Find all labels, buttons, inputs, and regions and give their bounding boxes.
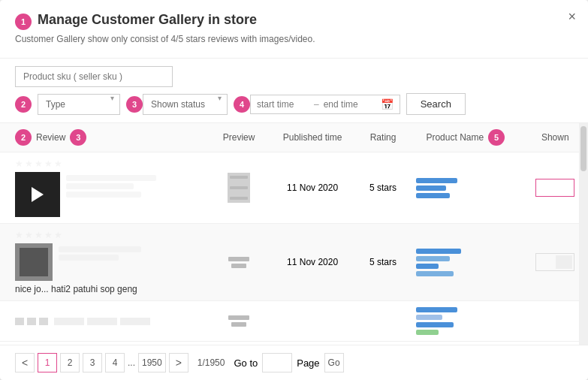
name-bar-r2-1 (416, 249, 461, 254)
video-thumbnail-1 (15, 172, 60, 217)
review-image-inner-2 (20, 248, 48, 276)
sku-input[interactable] (15, 66, 173, 87)
review-content-1: ★ ★ ★ ★ ★ (15, 158, 203, 217)
page-button-last[interactable]: 1950 (138, 353, 166, 372)
step-badge-5: 5 (488, 129, 505, 146)
name-bar-r3-2 (416, 315, 442, 320)
modal-header: 1 Manage Customer Gallery in store Custo… (0, 0, 588, 59)
published-time-cell-3 (267, 301, 357, 342)
toggle-on-2[interactable] (538, 255, 554, 269)
table-row: ★ ★ ★ ★ ★ (0, 152, 588, 224)
col-product-name: Product Name 5 (409, 123, 522, 152)
star-4: ★ (44, 158, 53, 169)
preview-bar-r2-1 (228, 257, 249, 261)
pagination-bar: < 1 2 3 4 ... 1950 > 1/1950 Go to Page G… (0, 345, 588, 380)
step-badge-3: 3 (126, 96, 143, 113)
page-button-1[interactable]: 1 (38, 353, 57, 372)
end-time-input[interactable] (324, 99, 376, 110)
star-1: ★ (15, 158, 23, 169)
page-button-4[interactable]: 4 (105, 353, 125, 372)
scrollbar[interactable] (579, 123, 588, 345)
step-badge-3-table: 3 (70, 129, 86, 146)
col-published-time: Published time (267, 123, 357, 152)
preview-bar-r3-1 (228, 315, 249, 320)
rating-cell-3 (357, 301, 409, 342)
preview-bar-2 (230, 186, 248, 189)
modal-title: Manage Customer Gallery in store (38, 12, 257, 28)
star-r2-5: ★ (54, 230, 62, 240)
preview-bar-r2-2 (231, 264, 246, 268)
product-name-cell-1 (409, 152, 522, 224)
name-bar-3 (416, 193, 450, 198)
preview-bar-r3-2 (231, 322, 246, 327)
filters-section: 2 Type ▾ 3 Shown status ▾ 4 (0, 59, 588, 123)
page-button-3[interactable]: 3 (83, 353, 102, 372)
table-row: ★ ★ ★ ★ ★ (0, 224, 588, 301)
close-button[interactable]: × (568, 9, 576, 25)
prev-page-button[interactable]: < (15, 353, 35, 372)
col-rating: Rating (357, 123, 409, 152)
star-r2-2: ★ (25, 230, 33, 240)
text-line-2 (66, 183, 134, 189)
name-bar-r2-2 (416, 256, 450, 261)
search-button[interactable]: Search (406, 93, 466, 115)
partial-bar-3 (39, 318, 48, 325)
product-name-bars-3 (416, 307, 514, 335)
shown-toggle-1[interactable] (535, 179, 574, 197)
review-extra-text-2: nice jo... hati2 patuhi sop geng (15, 284, 203, 294)
preview-image-1 (228, 173, 250, 203)
date-range-input: – 📅 (250, 95, 400, 114)
date-separator: – (314, 99, 319, 110)
review-cell-1: ★ ★ ★ ★ ★ (0, 152, 210, 224)
next-page-button[interactable]: > (169, 353, 188, 372)
goto-input[interactable] (262, 353, 292, 372)
toggle-off-1[interactable] (556, 181, 572, 195)
partial-bar-2 (27, 318, 36, 325)
name-bar-r3-1 (416, 307, 457, 312)
partial-bar-1 (15, 318, 24, 325)
review-cell-2: ★ ★ ★ ★ ★ (0, 224, 210, 301)
shown-cell-2 (523, 224, 588, 301)
step-badge-4: 4 (234, 96, 250, 113)
name-bar-r2-3 (416, 264, 439, 269)
shown-toggle-2[interactable] (535, 253, 574, 271)
table-header-row: 2 Review 3 Preview Published time Rating… (0, 123, 588, 152)
goto-section: Go to Page Go (234, 353, 343, 372)
filter-row-1 (15, 66, 573, 87)
product-name-bars-2 (416, 249, 514, 276)
rating-cell-1: 5 stars (357, 152, 409, 224)
star-2: ★ (25, 158, 33, 169)
scrollbar-thumb[interactable] (580, 126, 586, 171)
goto-label: Go to (234, 357, 258, 369)
preview-cell-1 (210, 152, 267, 224)
shown-status-select[interactable]: Shown status (143, 94, 228, 115)
col-review: 2 Review 3 (0, 123, 210, 152)
star-3: ★ (35, 158, 43, 169)
step-badge-2: 2 (15, 96, 32, 113)
published-time-cell-1: 11 Nov 2020 (267, 152, 357, 224)
start-time-input[interactable] (257, 99, 309, 110)
star-5: ★ (54, 158, 62, 169)
go-button[interactable]: Go (324, 353, 344, 372)
product-name-cell-3 (409, 301, 522, 342)
preview-bar-1 (230, 176, 248, 179)
play-icon (32, 187, 44, 202)
shown-cell-1 (523, 152, 588, 224)
partial-bar-6 (120, 318, 150, 325)
partial-bar-5 (87, 318, 117, 325)
page-button-2[interactable]: 2 (60, 353, 80, 372)
name-bar-r3-3 (416, 322, 454, 327)
type-select[interactable]: Type (38, 94, 120, 115)
preview-bar-3 (230, 197, 248, 200)
preview-cell-2 (210, 224, 267, 301)
toggle-on-1[interactable] (538, 181, 554, 195)
text-line-3 (66, 192, 141, 198)
product-name-cell-2 (409, 224, 522, 301)
star-r2-3: ★ (35, 230, 43, 240)
name-bar-1 (416, 178, 457, 183)
product-name-bars-1 (416, 178, 514, 198)
reviews-table: 2 Review 3 Preview Published time Rating… (0, 123, 588, 342)
table-container: 2 Review 3 Preview Published time Rating… (0, 123, 588, 345)
toggle-off-2[interactable] (556, 255, 572, 269)
preview-bars-2 (218, 257, 260, 268)
